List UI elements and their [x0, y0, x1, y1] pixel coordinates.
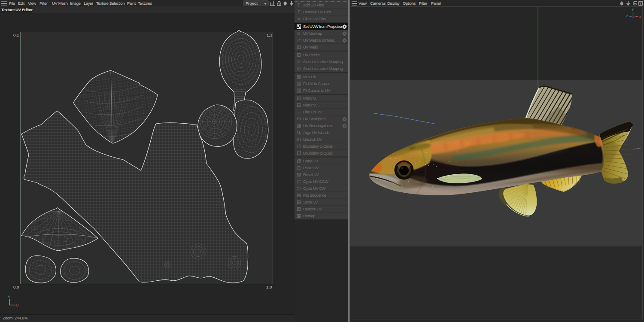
svg-text:V: V: [8, 295, 10, 299]
svg-text:Z: Z: [626, 14, 628, 18]
svg-text:X: X: [639, 15, 641, 19]
svg-text:U: U: [16, 303, 19, 307]
svg-text:Y: Y: [632, 8, 634, 12]
